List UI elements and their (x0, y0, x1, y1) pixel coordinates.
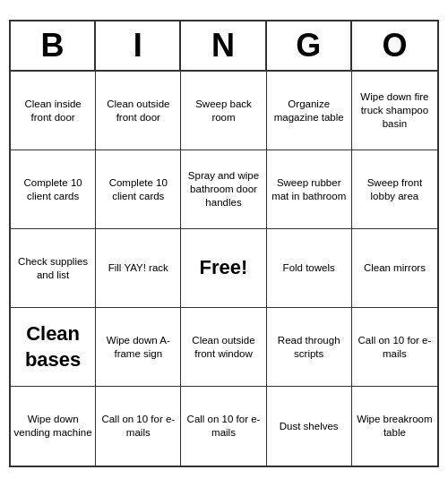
bingo-letter-o: O (352, 21, 437, 70)
bingo-cell-12[interactable]: Free! (181, 229, 266, 308)
bingo-cell-13[interactable]: Fold towels (267, 229, 352, 308)
bingo-cell-0[interactable]: Clean inside front door (11, 72, 96, 150)
bingo-cell-9[interactable]: Sweep front lobby area (352, 150, 437, 229)
bingo-letter-b: B (11, 21, 96, 70)
bingo-cell-16[interactable]: Wipe down A-frame sign (96, 308, 181, 387)
bingo-card: BINGO Clean inside front doorClean outsi… (9, 20, 439, 467)
bingo-cell-15[interactable]: Clean bases (11, 308, 96, 387)
bingo-cell-1[interactable]: Clean outside front door (96, 72, 181, 150)
bingo-letter-i: I (96, 21, 181, 70)
bingo-cell-19[interactable]: Call on 10 for e-mails (352, 308, 437, 387)
bingo-cell-18[interactable]: Read through scripts (267, 308, 352, 387)
bingo-cell-3[interactable]: Organize magazine table (267, 72, 352, 150)
bingo-cell-7[interactable]: Spray and wipe bathroom door handles (181, 150, 266, 229)
bingo-cell-23[interactable]: Dust shelves (267, 387, 352, 466)
bingo-letter-n: N (181, 21, 266, 70)
bingo-cell-4[interactable]: Wipe down fire truck shampoo basin (352, 72, 437, 150)
bingo-cell-10[interactable]: Check supplies and list (11, 229, 96, 308)
bingo-cell-8[interactable]: Sweep rubber mat in bathroom (267, 150, 352, 229)
bingo-grid: Clean inside front doorClean outside fro… (11, 72, 437, 466)
bingo-cell-21[interactable]: Call on 10 for e-mails (96, 387, 181, 466)
bingo-cell-11[interactable]: Fill YAY! rack (96, 229, 181, 308)
bingo-cell-22[interactable]: Call on 10 for e-mails (181, 387, 266, 466)
bingo-cell-24[interactable]: Wipe breakroom table (352, 387, 437, 466)
bingo-cell-14[interactable]: Clean mirrors (352, 229, 437, 308)
bingo-cell-17[interactable]: Clean outside front window (181, 308, 266, 387)
bingo-letter-g: G (267, 21, 352, 70)
bingo-cell-2[interactable]: Sweep back room (181, 72, 266, 150)
bingo-cell-6[interactable]: Complete 10 client cards (96, 150, 181, 229)
bingo-header: BINGO (11, 21, 437, 72)
bingo-cell-20[interactable]: Wipe down vending machine (11, 387, 96, 466)
bingo-cell-5[interactable]: Complete 10 client cards (11, 150, 96, 229)
